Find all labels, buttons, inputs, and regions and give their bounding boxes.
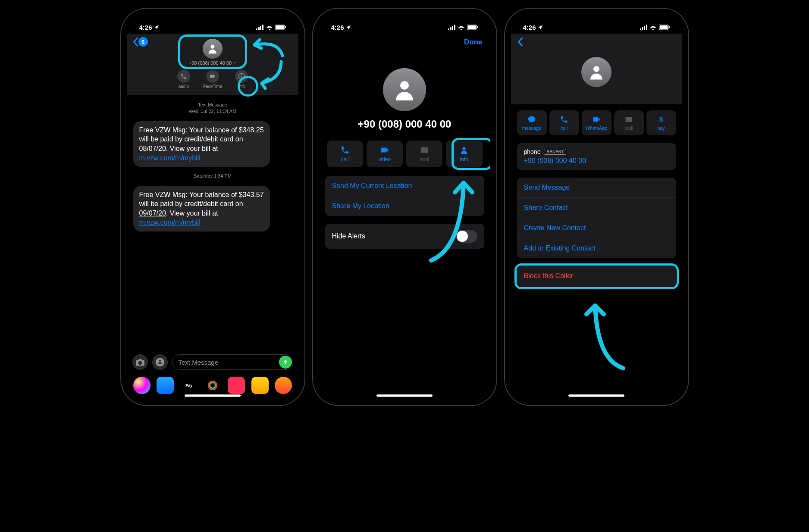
dock-app-7[interactable] <box>275 377 292 394</box>
action-tiles: message call WhatsApp mail $ pay <box>511 110 682 135</box>
back-button[interactable]: 6 <box>132 37 148 47</box>
call-button[interactable]: call <box>327 141 363 167</box>
video-icon <box>380 145 389 155</box>
info-button[interactable]: info <box>235 70 248 89</box>
dock-app-5[interactable] <box>228 377 245 394</box>
message-list: Text Message Wed, Jul 22, 11:34 AM Free … <box>127 95 298 238</box>
notch <box>366 9 443 22</box>
create-contact-row[interactable]: Create New Contact <box>517 218 676 238</box>
phone-frame-3: 4:26 message <box>505 9 688 405</box>
screen-contact-card: 4:26 message <box>511 15 682 399</box>
screen-messages: 4:26 6 +90 (008) 000 40 00 <box>127 15 298 399</box>
timestamp-1: Text Message Wed, Jul 22, 11:34 AM <box>133 102 292 115</box>
phone-label: phone <box>524 148 541 155</box>
avatar-icon <box>581 57 611 87</box>
location-icon <box>154 25 159 30</box>
phone-section[interactable]: phone RECENT +90 (008) 000 40 00 <box>517 143 676 170</box>
svg-rect-15 <box>669 26 670 28</box>
contact-header[interactable]: +90 (008) 000 40 00 <box>132 37 294 66</box>
call-button[interactable]: call <box>549 110 579 135</box>
arrow-up-icon <box>282 359 289 366</box>
battery-icon <box>659 25 670 30</box>
dollar-icon: $ <box>657 115 665 124</box>
share-contact-row[interactable]: Share Contact <box>517 197 676 218</box>
status-time: 4:26 <box>139 24 152 31</box>
video-icon <box>592 115 601 124</box>
signal-icon <box>448 25 455 30</box>
apps-button[interactable] <box>152 354 168 370</box>
add-existing-row[interactable]: Add to Existing Contact <box>517 238 676 258</box>
contact-phone-number: +90 (008) 000 40 00 <box>189 60 232 66</box>
message-link-2[interactable]: m.vzw.com/m/mybill <box>139 219 201 226</box>
info-tile-button[interactable]: info <box>446 141 482 167</box>
video-button[interactable]: video <box>367 141 403 167</box>
svg-point-5 <box>241 75 242 75</box>
svg-rect-14 <box>659 25 668 29</box>
mail-button: mail <box>614 110 644 135</box>
done-button[interactable]: Done <box>464 38 483 47</box>
alerts-section: Hide Alerts <box>325 224 484 249</box>
svg-point-16 <box>593 66 599 72</box>
conversation-header: 6 +90 (008) 000 40 00 audio FaceTim <box>127 34 298 95</box>
contact-actions: audio FaceTime info <box>132 70 294 89</box>
timestamp-2: Saturday 1:34 PM <box>133 173 292 179</box>
message-bubble-1[interactable]: Free VZW Msg: Your balance of $348.25 wi… <box>133 121 270 167</box>
svg-text:$: $ <box>659 116 663 123</box>
dock-app-photos[interactable] <box>133 377 151 394</box>
send-button[interactable] <box>279 356 292 369</box>
send-message-row[interactable]: Send Message <box>517 178 676 197</box>
camera-button[interactable] <box>132 354 148 370</box>
phone-icon <box>560 115 568 124</box>
message-bubble-2[interactable]: Free VZW Msg: Your balance of $343.57 wi… <box>133 186 270 232</box>
chevron-down-icon <box>233 61 236 65</box>
message-input[interactable]: Text Message <box>172 354 293 370</box>
hide-alerts-toggle[interactable] <box>456 230 477 243</box>
home-indicator[interactable] <box>376 394 433 397</box>
message-placeholder: Text Message <box>179 359 219 366</box>
block-caller-row[interactable]: Block this Caller <box>517 266 676 286</box>
back-button[interactable] <box>511 34 682 53</box>
svg-rect-6 <box>241 76 241 78</box>
phone-icon <box>340 145 350 155</box>
facetime-button[interactable]: FaceTime <box>203 70 222 89</box>
dock-app-6[interactable] <box>251 377 269 394</box>
status-time: 4:26 <box>331 24 344 31</box>
info-icon <box>238 73 245 80</box>
signal-icon <box>256 25 263 30</box>
svg-point-3 <box>210 45 214 49</box>
location-section: Send My Current Location Share My Locati… <box>325 176 484 216</box>
home-indicator[interactable] <box>185 394 241 397</box>
message-link-1[interactable]: m.vzw.com/m/mybill <box>139 154 201 162</box>
compose-bar: Text Message <box>127 351 298 373</box>
svg-rect-1 <box>276 25 284 29</box>
phone-icon <box>180 73 187 80</box>
home-indicator[interactable] <box>568 394 624 397</box>
pay-button[interactable]: $ pay <box>646 110 676 135</box>
dock-app-activity[interactable] <box>204 377 221 394</box>
location-icon <box>538 25 543 30</box>
unread-badge: 6 <box>138 37 148 47</box>
camera-icon <box>135 358 145 366</box>
block-section: Block this Caller <box>517 266 676 286</box>
send-location-row[interactable]: Send My Current Location <box>325 176 484 196</box>
whatsapp-button[interactable]: WhatsApp <box>582 110 611 135</box>
app-store-icon <box>155 357 165 367</box>
contact-phone-number: +90 (008) 000 40 00 <box>319 118 490 130</box>
signal-icon <box>640 25 647 30</box>
info-label: info <box>238 84 245 89</box>
mail-button: mail <box>406 141 442 167</box>
action-tiles: call video mail info <box>319 141 490 167</box>
battery-icon <box>275 25 286 30</box>
dock-app-applepay[interactable]: Pay <box>180 377 198 394</box>
battery-icon <box>467 25 478 30</box>
audio-button[interactable]: audio <box>177 70 190 89</box>
share-location-row[interactable]: Share My Location <box>325 196 484 216</box>
mail-icon <box>624 115 633 124</box>
message-button[interactable]: message <box>517 110 547 135</box>
wifi-icon <box>649 25 657 30</box>
dock-app-appstore[interactable] <box>157 377 174 394</box>
screen-contact-details: 4:26 Done +90 (008) 000 40 00 call vid <box>319 15 490 399</box>
notch <box>174 9 251 22</box>
hide-alerts-row: Hide Alerts <box>325 224 484 249</box>
message-icon <box>527 115 536 124</box>
